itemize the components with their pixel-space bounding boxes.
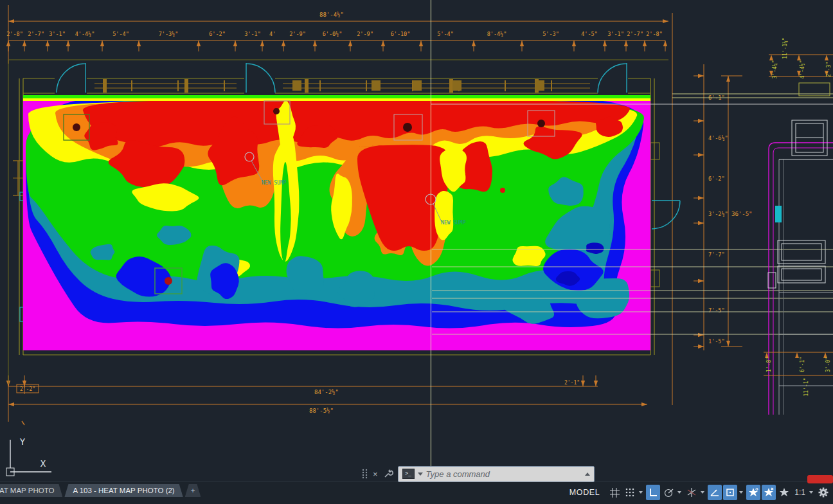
snap-dropdown-caret-icon[interactable] — [639, 491, 643, 494]
dimension-label: 7'-7" — [708, 251, 725, 258]
dimension-label: 4' — [269, 31, 276, 37]
unit-dimension-label: 3'-0" — [825, 357, 831, 372]
command-input[interactable]: >_ Type a command — [398, 466, 595, 482]
dimension-label: 84'-2½" — [314, 389, 339, 395]
layout-tab-heat-map-photo-2[interactable]: A 103 - HEAT MAP PHOTO (2) — [64, 484, 183, 497]
dimension-label: 3'-2½" — [708, 211, 728, 217]
isodraft-dropdown-caret-icon[interactable] — [701, 491, 704, 494]
annotation-autoscale-icon[interactable] — [762, 485, 776, 500]
ucs-y-label: Y — [20, 437, 26, 447]
command-history-caret-icon[interactable] — [418, 473, 423, 476]
unit-dimension-label: 11'-1¼" — [782, 37, 788, 59]
dimension-label: 7'-5" — [708, 307, 725, 314]
ucs-x-label: X — [40, 458, 46, 469]
dimension-label: 4'-4½" — [75, 31, 95, 37]
dimension-label: 6'-0½" — [323, 31, 343, 37]
command-bar: × >_ Type a command — [361, 465, 595, 483]
model-space-button[interactable]: MODEL — [563, 485, 606, 500]
customization-gear-icon[interactable] — [816, 485, 830, 500]
dimension-label: 4'-6½" — [708, 135, 728, 141]
annotation-scale-value[interactable]: 1:1 — [793, 488, 807, 497]
unit-dimension-label: 1'-8" — [766, 357, 772, 372]
dimension-label: 5'-3" — [542, 31, 559, 37]
dimension-label: 5'-4" — [112, 31, 129, 37]
command-expand-caret-icon[interactable] — [585, 473, 590, 476]
drawing-canvas[interactable]: 88'-4½"2'-8"2'-7"3'-1"4'-4½"5'-4"7'-3½"6… — [0, 0, 833, 482]
dimension-label: 3'-1" — [244, 31, 261, 37]
object-snap-tracking-icon[interactable] — [708, 485, 722, 500]
dimension-label: 7'-3½" — [159, 31, 179, 37]
polar-tracking-icon[interactable] — [661, 485, 676, 500]
layout-tab-heat-map-photo[interactable]: AT MAP PHOTO — [0, 484, 62, 497]
command-placeholder: Type a command — [426, 469, 582, 479]
dimension-label: 8'-4½" — [487, 31, 507, 37]
new-layout-tab-button[interactable]: + — [185, 484, 201, 497]
dimension-label: 2'-9" — [357, 31, 373, 37]
unit-dimension-label: 11'-1" — [803, 378, 809, 397]
dimension-label: 1'-5" — [708, 338, 725, 345]
close-icon[interactable]: × — [373, 470, 378, 478]
unit-dimension-label: 2'-3" — [826, 62, 832, 77]
snap-mode-icon[interactable] — [623, 485, 637, 500]
sump-annotation: NEW SUMP — [441, 220, 466, 226]
command-prompt-icon: >_ — [402, 469, 415, 479]
isometric-drafting-icon[interactable] — [685, 485, 699, 500]
autocad-window: 88'-4½"2'-8"2'-7"3'-1"4'-4½"5'-4"7'-3½"6… — [0, 0, 833, 504]
dimension-label: 2'-8" — [646, 31, 663, 37]
ortho-mode-icon[interactable] — [646, 485, 660, 500]
dimension-label: 6'-2" — [708, 176, 725, 182]
dimension-label: 2'-1" — [564, 380, 580, 386]
dimension-label: 88'-4½" — [319, 12, 344, 18]
layout-tabs: AT MAP PHOTO A 103 - HEAT MAP PHOTO (2) … — [0, 482, 201, 497]
annotation-scale-icon[interactable] — [777, 485, 791, 500]
dimension-label: 2'-8" — [6, 31, 23, 37]
dimension-label: 88'-5½" — [309, 408, 334, 414]
wrench-icon[interactable] — [383, 469, 393, 479]
dimension-label: 6'-10" — [391, 31, 411, 37]
dimension-label: 3'-1" — [607, 31, 624, 37]
dimension-label: 2'-9" — [289, 31, 306, 37]
unit-dimension-label: 3'-4¼" — [772, 60, 778, 79]
osnap-dropdown-caret-icon[interactable] — [739, 491, 743, 494]
dimension-label: 2'-2" — [20, 386, 35, 392]
unit-dimension-label: 4'-4½" — [799, 60, 805, 79]
dimension-label: 4'-5" — [581, 31, 598, 37]
dimension-label: 2'-7" — [627, 31, 643, 37]
annotation-visibility-icon[interactable] — [746, 485, 760, 500]
notification-badge[interactable] — [807, 475, 833, 483]
polar-dropdown-caret-icon[interactable] — [677, 491, 681, 494]
object-snap-icon[interactable] — [723, 485, 737, 500]
dimension-label: 3'-1" — [49, 31, 66, 37]
dimension-label: 5'-4" — [437, 31, 454, 37]
scale-dropdown-caret-icon[interactable] — [809, 491, 813, 494]
dimension-label: 6'-2" — [209, 31, 226, 37]
sump-annotation: NEW SUMP — [262, 180, 287, 186]
drag-handle-icon[interactable] — [361, 469, 368, 479]
dimension-label: 36'-5" — [731, 211, 753, 217]
bottom-bar: AT MAP PHOTO A 103 - HEAT MAP PHOTO (2) … — [0, 482, 833, 504]
grid-icon[interactable] — [607, 485, 622, 500]
status-bar: MODEL — [563, 482, 833, 500]
unit-dimension-label: 6'-1" — [800, 357, 805, 372]
dimension-label: 2'-7" — [28, 31, 44, 37]
